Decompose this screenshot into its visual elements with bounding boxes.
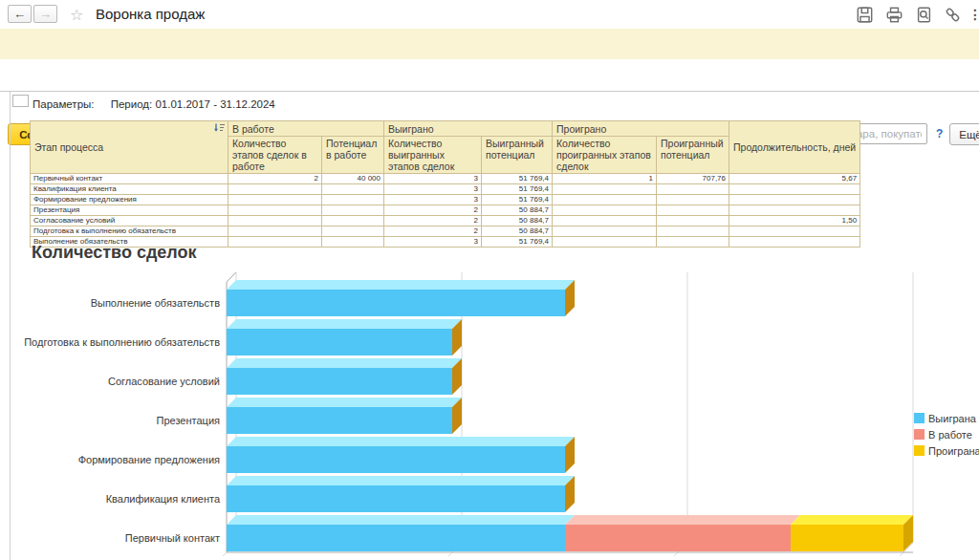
table-cell[interactable] [729,184,860,195]
table-cell[interactable]: Первичный контакт [31,174,228,184]
table-cell[interactable]: 50 884,7 [482,216,553,226]
table-header-cell[interactable]: Продолжительность, дней [729,121,860,174]
table-cell[interactable] [322,226,384,237]
table-header-cell[interactable]: Потенциал в работе [322,137,384,174]
table-cell[interactable]: Презентация [31,205,228,216]
bar-segment-Выиграна[interactable] [227,446,565,473]
link-icon[interactable] [945,7,961,23]
table-cell[interactable] [322,195,384,205]
help-button[interactable]: ? [936,127,943,140]
report-window: ← → ☆ Воронка продаж [0,0,979,560]
table-cell[interactable] [657,205,729,216]
table-cell[interactable] [322,184,384,195]
bar-top-face [227,398,462,407]
table-cell[interactable] [657,216,729,226]
sort-descending-icon [213,123,226,133]
bar-segment-Выиграна[interactable] [227,407,452,434]
category-label: Первичный контакт [125,532,220,544]
table-cell[interactable] [729,205,860,216]
table-cell[interactable] [729,195,860,205]
table-cell[interactable] [228,216,322,226]
table-cell[interactable] [729,226,860,237]
bar-segment-Выиграна[interactable] [227,368,452,395]
legend-swatch [914,445,925,456]
forward-arrow-icon: → [39,7,52,21]
table-cell[interactable] [553,216,657,226]
table-header-cell[interactable]: Проиграно [553,121,729,137]
table-cell[interactable]: 3 [384,184,482,195]
table-cell[interactable]: 1,50 [729,216,860,226]
forward-button[interactable]: → [33,5,57,23]
period-panel: ✓ 01.01.2017 – 31.12.2024 [0,29,979,59]
table-header-cell[interactable]: Выигранный потенциал [482,137,553,174]
table-cell[interactable]: Подготовка к выполнению обязательств [31,226,228,237]
table-cell[interactable]: 2 [228,174,322,184]
table-cell[interactable] [657,226,729,237]
bar-top-face [227,476,575,485]
help-icon: ? [936,127,943,140]
table-cell[interactable]: 40 000 [322,174,384,184]
table-cell[interactable]: 3 [384,174,482,184]
title-bar: ← → ☆ Воронка продаж [0,0,979,29]
table-header-cell[interactable]: Выиграно [384,121,553,137]
table-cell[interactable] [228,184,322,195]
table-cell[interactable]: 50 884,7 [482,226,553,237]
table-cell[interactable]: 2 [384,205,482,216]
table-header-cell[interactable]: В работе [228,121,384,137]
category-label: Согласование условий [108,376,220,387]
bar-segment-Выиграна[interactable] [227,485,565,512]
back-button[interactable]: ← [8,5,32,23]
legend-label: Выиграна [928,413,977,424]
table-header-cell[interactable]: Этап процесса [31,121,228,174]
more-actions-button[interactable]: Ещё [949,123,979,145]
table-cell[interactable] [657,184,729,195]
print-icon[interactable] [886,7,903,23]
table-cell[interactable]: Согласование условий [31,216,228,226]
table-header-cell[interactable]: Количество выигранных этапов сделок [384,137,482,174]
find-on-page-icon[interactable] [916,7,932,23]
table-cell[interactable] [553,195,657,205]
table-row: Первичный контакт240 000351 769,41707,76… [31,174,860,184]
table-cell[interactable]: Квалификация клиента [31,184,228,195]
table-cell[interactable] [228,226,322,237]
table-cell[interactable] [553,184,657,195]
chart-area: Выполнение обязательствПодготовка к выпо… [0,241,979,560]
table-cell[interactable]: 3 [384,195,482,205]
legend-swatch [914,429,925,440]
table-cell[interactable]: 51 769,4 [482,184,553,195]
table-cell[interactable]: 1 [553,174,657,184]
spreadsheet-corner-cell[interactable] [12,95,29,107]
bar-segment-В работе[interactable] [565,525,791,551]
table-cell[interactable] [228,195,322,205]
favorite-star-icon[interactable]: ☆ [70,6,83,24]
save-icon[interactable] [857,7,873,23]
page-title: Воронка продаж [96,6,205,22]
table-row: Формирование предложения351 769,4 [31,195,860,205]
bar-top-face [227,515,575,525]
bar-segment-Выиграна[interactable] [227,290,565,316]
table-cell[interactable]: 2 [384,216,482,226]
bar-segment-Проиграна[interactable] [791,525,903,551]
table-cell[interactable]: 707,76 [657,174,729,184]
table-cell[interactable] [553,205,657,216]
table-cell[interactable]: 51 769,4 [482,195,553,205]
bar-segment-Выиграна[interactable] [227,329,452,355]
table-cell[interactable] [657,195,729,205]
table-header-cell[interactable]: Количество этапов сделок в работе [228,137,322,174]
table-cell[interactable]: 2 [384,226,482,237]
table-header-cell[interactable]: Проигранный потенциал [657,137,729,174]
table-header-cell[interactable]: Количество проигранных этапов сделок [553,137,657,174]
table-cell[interactable] [228,205,322,216]
table-cell[interactable] [553,226,657,237]
table-cell[interactable]: 51 769,4 [482,174,553,184]
table-cell[interactable] [322,205,384,216]
table-row: Подготовка к выполнению обязательств250 … [31,226,860,237]
legend-label: Проиграна [928,445,979,457]
table-cell[interactable] [322,216,384,226]
table-cell[interactable]: 5,67 [729,174,860,184]
table-cell[interactable]: 50 884,7 [482,205,553,216]
more-menu-icon[interactable]: ⋮ [968,7,979,22]
bar-segment-Выиграна[interactable] [227,525,565,551]
bar-top-face [227,280,575,290]
table-cell[interactable]: Формирование предложения [31,195,228,205]
